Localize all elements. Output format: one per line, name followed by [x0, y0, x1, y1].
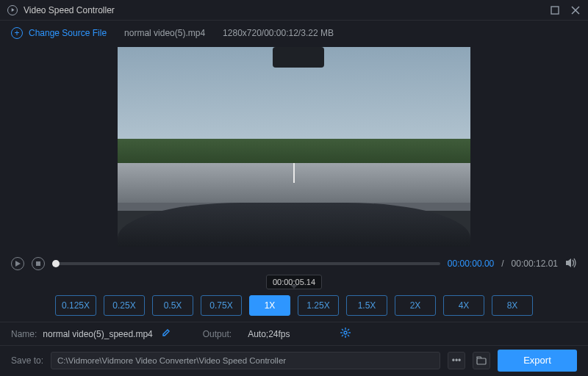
scrub-head[interactable]: [52, 260, 60, 267]
svg-rect-0: [551, 7, 559, 14]
svg-marker-3: [15, 261, 21, 267]
speed-button-1.5x[interactable]: 1.5X: [346, 295, 387, 316]
speed-button-0.75x[interactable]: 0.75X: [201, 295, 242, 316]
close-icon[interactable]: [570, 5, 581, 15]
transport-bar: 00:00:00.00/00:00:12.01: [0, 253, 588, 275]
speed-button-8x[interactable]: 8X: [492, 295, 533, 316]
name-label: Name:: [11, 329, 37, 339]
volume-icon[interactable]: [565, 258, 577, 270]
speed-button-0.5x[interactable]: 0.5X: [152, 295, 193, 316]
plus-icon: +: [11, 27, 23, 39]
titlebar: Video Speed Controller: [0, 0, 588, 21]
time-current: 00:00:00.00: [448, 258, 494, 269]
svg-line-12: [348, 335, 349, 336]
speed-row: 0.125X0.25X0.5X0.75X1X1.25X1.5X2X4X8X: [0, 289, 588, 322]
open-folder-button[interactable]: [473, 352, 490, 369]
svg-rect-15: [477, 358, 486, 364]
app-title: Video Speed Controller: [24, 5, 115, 15]
output-label: Output:: [203, 329, 232, 339]
source-bar: + Change Source File normal video(5).mp4…: [0, 21, 588, 46]
play-button[interactable]: [11, 257, 24, 270]
change-source-label: Change Source File: [29, 28, 107, 38]
output-value: Auto;24fps: [248, 329, 290, 339]
time-duration: 00:00:12.01: [512, 258, 558, 269]
output-settings-icon[interactable]: [340, 328, 351, 340]
save-to-label: Save to:: [11, 355, 43, 366]
speed-button-2x[interactable]: 2X: [395, 295, 436, 316]
scrub-tooltip-wrap: 00:00:05.14: [0, 275, 588, 289]
svg-line-13: [348, 329, 349, 330]
video-area: [0, 46, 588, 253]
export-button[interactable]: Export: [498, 350, 577, 372]
scrub-tooltip: 00:00:05.14: [266, 275, 322, 289]
save-path-value: C:\Vidmore\Vidmore Video Converter\Video…: [57, 356, 286, 365]
maximize-icon[interactable]: [550, 5, 560, 15]
speed-button-0.125x[interactable]: 0.125X: [55, 295, 96, 316]
speed-button-0.25x[interactable]: 0.25X: [104, 295, 145, 316]
change-source-button[interactable]: + Change Source File: [11, 27, 107, 39]
save-path-field[interactable]: C:\Vidmore\Vidmore Video Converter\Video…: [51, 352, 440, 369]
window-controls: [550, 5, 581, 15]
options-bar: Name: normal video(5)_speed.mp4 Output: …: [0, 322, 588, 345]
svg-line-14: [342, 335, 343, 336]
svg-point-6: [344, 331, 347, 334]
svg-marker-5: [566, 258, 571, 267]
app-logo-icon: [7, 5, 18, 15]
save-bar: Save to: C:\Vidmore\Vidmore Video Conver…: [0, 345, 588, 375]
svg-rect-4: [36, 261, 40, 266]
speed-button-1.25x[interactable]: 1.25X: [298, 295, 339, 316]
scrub-bar[interactable]: [52, 262, 440, 265]
video-preview[interactable]: [118, 47, 470, 247]
source-meta: 1280x720/00:00:12/3.22 MB: [223, 28, 334, 38]
svg-line-11: [342, 329, 343, 330]
speed-button-4x[interactable]: 4X: [443, 295, 484, 316]
stop-button[interactable]: [32, 257, 45, 270]
edit-name-icon[interactable]: [162, 328, 171, 339]
more-menu-button[interactable]: •••: [448, 352, 465, 369]
name-value: normal video(5)_speed.mp4: [43, 329, 152, 339]
speed-button-1x[interactable]: 1X: [249, 295, 290, 316]
source-filename: normal video(5).mp4: [124, 28, 205, 38]
